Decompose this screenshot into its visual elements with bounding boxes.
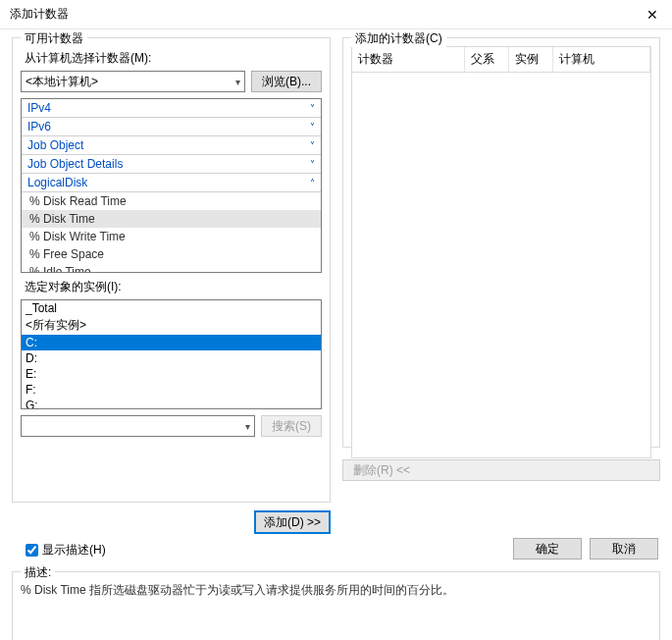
- table-body[interactable]: [351, 73, 651, 458]
- instance-item[interactable]: <所有实例>: [22, 316, 321, 335]
- chevron-down-icon: ˅: [310, 103, 315, 114]
- browse-button[interactable]: 浏览(B)...: [251, 71, 322, 92]
- added-counters-group: 添加的计数器(C) 计数器父系实例计算机: [342, 37, 660, 448]
- table-column-header[interactable]: 计数器: [352, 47, 465, 72]
- counter-category[interactable]: Job Object˅: [22, 136, 321, 155]
- instance-item[interactable]: F:: [22, 382, 321, 398]
- counter-list[interactable]: IPv4˅IPv6˅Job Object˅Job Object Details˅…: [21, 98, 322, 273]
- chevron-down-icon: ˅: [310, 159, 315, 170]
- group-label: 描述:: [21, 564, 55, 581]
- right-column: 添加的计数器(C) 计数器父系实例计算机 删除(R) <<: [342, 37, 660, 534]
- bottom-row: 显示描述(H) 确定 取消: [0, 538, 672, 567]
- remove-button: 删除(R) <<: [342, 459, 660, 481]
- table-column-header[interactable]: 实例: [509, 47, 553, 72]
- counter-item[interactable]: % Disk Time: [22, 210, 321, 228]
- computer-label: 从计算机选择计数器(M):: [25, 50, 322, 67]
- instance-list[interactable]: _Total<所有实例>C:D:E:F:G:H:: [21, 299, 322, 409]
- cancel-button[interactable]: 取消: [590, 538, 658, 560]
- instance-item[interactable]: _Total: [22, 300, 321, 316]
- instance-item[interactable]: G:: [22, 398, 321, 409]
- counter-category[interactable]: LogicalDisk˄: [22, 174, 321, 192]
- window-title: 添加计数器: [10, 6, 69, 23]
- chevron-down-icon: ▾: [235, 77, 240, 87]
- checkbox-input[interactable]: [26, 544, 38, 557]
- content: 可用计数器 从计算机选择计数器(M): <本地计算机> ▾ 浏览(B)... I…: [0, 29, 672, 538]
- description-group: 描述: % Disk Time 指所选磁盘驱动器忙于为读或写入请求提供服务所用的…: [12, 571, 660, 640]
- counter-item[interactable]: % Idle Time: [22, 263, 321, 273]
- ok-button[interactable]: 确定: [513, 538, 582, 560]
- show-description-checkbox[interactable]: 显示描述(H): [26, 542, 106, 559]
- counter-item[interactable]: % Disk Read Time: [22, 192, 321, 210]
- description-text: % Disk Time 指所选磁盘驱动器忙于为读或写入请求提供服务所用的时间的百…: [19, 580, 653, 601]
- counter-category[interactable]: IPv6˅: [22, 118, 321, 136]
- instances-label: 选定对象的实例(I):: [25, 279, 322, 295]
- left-column: 可用计数器 从计算机选择计数器(M): <本地计算机> ▾ 浏览(B)... I…: [12, 37, 331, 534]
- available-counters-group: 可用计数器 从计算机选择计数器(M): <本地计算机> ▾ 浏览(B)... I…: [12, 37, 331, 503]
- counter-item[interactable]: % Disk Write Time: [22, 228, 321, 245]
- instance-item[interactable]: D:: [22, 350, 321, 366]
- titlebar: 添加计数器 ✕: [0, 0, 672, 29]
- counter-category[interactable]: IPv4˅: [22, 99, 321, 118]
- table-column-header[interactable]: 计算机: [553, 47, 650, 72]
- chevron-down-icon: ▾: [245, 421, 250, 432]
- add-button[interactable]: 添加(D) >>: [254, 510, 331, 534]
- chevron-down-icon: ˅: [310, 140, 315, 151]
- counter-item[interactable]: % Free Space: [22, 245, 321, 263]
- chevron-up-icon: ˄: [310, 178, 315, 188]
- table-column-header[interactable]: 父系: [465, 47, 509, 72]
- group-label: 可用计数器: [21, 30, 87, 47]
- computer-select[interactable]: <本地计算机> ▾: [21, 71, 245, 92]
- group-label: 添加的计数器(C): [351, 30, 446, 47]
- close-button[interactable]: ✕: [633, 0, 672, 29]
- search-button: 搜索(S): [261, 415, 322, 437]
- instance-item[interactable]: C:: [22, 335, 321, 350]
- search-input[interactable]: ▾: [21, 415, 255, 437]
- counter-category[interactable]: Job Object Details˅: [22, 155, 321, 174]
- instance-item[interactable]: E:: [22, 366, 321, 382]
- chevron-down-icon: ˅: [310, 122, 315, 133]
- table-header: 计数器父系实例计算机: [351, 46, 651, 73]
- combo-text: <本地计算机>: [26, 74, 98, 90]
